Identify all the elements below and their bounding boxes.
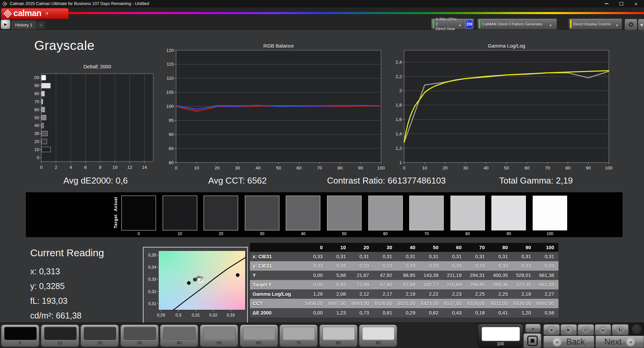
- table-row: Gamma Log/Log1,282,082,122,172,192,222,2…: [250, 289, 558, 299]
- column-header-80: 80: [487, 245, 511, 250]
- table-cell: 6897,00: [325, 301, 348, 306]
- swatch-label-60: 60: [368, 231, 403, 236]
- svg-text:4: 4: [69, 165, 72, 170]
- table-cell: 88,85: [395, 273, 418, 278]
- pattern-patch: [124, 327, 156, 340]
- svg-text:40: 40: [256, 165, 261, 170]
- table-cell: 0,31: [511, 254, 534, 259]
- pattern-level-button-80[interactable]: 80: [319, 325, 358, 347]
- pattern-level-button-90[interactable]: 90: [359, 325, 397, 347]
- refresh-button[interactable]: ↻: [612, 324, 629, 335]
- page-title: Grayscale: [34, 38, 95, 53]
- meter-select[interactable]: X-Rite i1Pro 2 Direct View ▼ 239: [431, 19, 474, 29]
- pattern-level-button-100[interactable]: 100: [478, 324, 523, 348]
- pattern-patch: [362, 327, 394, 340]
- svg-text:1,2: 1,2: [395, 146, 402, 151]
- deltae-2000-svg: DeltaE 200010090807060504030201000246810…: [34, 62, 158, 173]
- table-cell: 0,62: [418, 310, 441, 316]
- restore-button[interactable]: [614, 0, 629, 7]
- swatch-60: [368, 196, 403, 230]
- tab-scroll-button[interactable]: ▶: [1, 19, 10, 29]
- pattern-level-button-30[interactable]: 30: [120, 325, 159, 347]
- pattern-generator-select[interactable]: CalMAN Client 3 Pattern Generator ▼: [478, 19, 557, 29]
- table-cell: 0,31: [441, 254, 464, 259]
- meter-name: X-Rite i1Pro 2: [436, 17, 457, 26]
- table-cell: 2,08: [325, 291, 348, 297]
- pattern-level-button-50[interactable]: 50: [200, 325, 238, 347]
- svg-text:100: 100: [166, 104, 174, 109]
- pattern-up-button[interactable]: ▲: [525, 324, 541, 333]
- reading-y: y: 0,3285: [30, 279, 82, 293]
- settings-button[interactable]: [625, 19, 637, 30]
- table-cell: 6521,00: [395, 301, 418, 306]
- window-pattern-button[interactable]: [523, 333, 541, 348]
- collapse-panel-button[interactable]: ◀: [638, 19, 644, 30]
- table-cell: 6526,00: [372, 301, 395, 306]
- loop-button[interactable]: ∞: [595, 324, 611, 335]
- svg-text:10: 10: [112, 165, 117, 170]
- swatch-80: [450, 196, 485, 230]
- svg-text:90: 90: [358, 165, 363, 170]
- svg-text:0,34: 0,34: [148, 265, 156, 270]
- menu-band: calman ▼ ▶ History 1 + X-Rite i1Pro 2 Di…: [0, 7, 644, 30]
- minimize-button[interactable]: [599, 0, 614, 7]
- column-header-60: 60: [441, 245, 464, 250]
- back-button[interactable]: « Back: [543, 336, 594, 348]
- display-control-select[interactable]: Direct Display Control ▼: [569, 19, 622, 29]
- play-button[interactable]: ▶: [560, 324, 577, 335]
- target-row-label: Target: [113, 214, 118, 228]
- svg-text:0,33: 0,33: [227, 313, 235, 318]
- swatch-label-10: 10: [163, 231, 197, 236]
- stop-button[interactable]: ■: [543, 324, 560, 335]
- table-cell: 0,33: [325, 263, 348, 269]
- table-cell: 21,89: [348, 282, 372, 287]
- add-tab-button[interactable]: +: [37, 21, 45, 29]
- tab-label: History 1: [15, 22, 32, 27]
- gamma-loglog-chart: Gamma Log/Log11,21,41,61,822,22,40102030…: [386, 42, 623, 175]
- close-button[interactable]: ×: [629, 0, 643, 7]
- current-reading-title: Current Reading: [30, 247, 104, 259]
- svg-text:60: 60: [297, 165, 302, 170]
- calman-logo-button[interactable]: calman ▼: [1, 8, 69, 19]
- table-cell: 0,33: [464, 263, 487, 269]
- svg-text:10: 10: [422, 165, 427, 170]
- table-cell: 0,29: [395, 310, 418, 316]
- next-button[interactable]: Next »: [595, 336, 644, 348]
- divider: [464, 19, 464, 29]
- infinity-icon: ∞: [601, 327, 605, 333]
- table-cell: 2,22: [418, 291, 441, 297]
- pattern-level-button-10[interactable]: 10: [41, 325, 79, 347]
- pattern-level-button-70[interactable]: 70: [279, 325, 318, 347]
- table-cell: 400,35: [487, 273, 511, 278]
- swatch-label-80: 80: [450, 231, 485, 236]
- pattern-level-button-20[interactable]: 20: [80, 325, 119, 347]
- column-header-30: 30: [372, 245, 395, 250]
- interval-button[interactable]: [··]: [578, 324, 594, 335]
- svg-text:0: 0: [37, 155, 39, 160]
- svg-text:70: 70: [35, 99, 39, 104]
- table-cell: 1,28: [302, 291, 325, 297]
- measurement-point: [236, 273, 239, 277]
- app-icon: [2, 1, 7, 6]
- pattern-level-button-0[interactable]: 0: [1, 325, 39, 347]
- logo-menu-button[interactable]: ▼: [44, 10, 51, 17]
- table-cell: 528,01: [511, 273, 534, 278]
- svg-text:30: 30: [463, 165, 468, 170]
- reading-cdm: cd/m²: 661,38: [30, 308, 82, 323]
- table-cell: 0,31: [395, 254, 418, 259]
- chevron-down-icon: ▼: [549, 24, 552, 27]
- pattern-level-label: 90: [359, 340, 397, 345]
- table-cell: 0,00: [302, 310, 325, 316]
- svg-text:10: 10: [35, 147, 39, 152]
- column-header-70: 70: [464, 245, 487, 250]
- svg-text:40: 40: [35, 123, 39, 128]
- up-arrow-icon: ▲: [531, 327, 535, 330]
- table-cell: 523,35: [511, 282, 534, 287]
- pattern-level-button-60[interactable]: 60: [240, 325, 278, 347]
- table-cell: 6528,00: [464, 301, 487, 306]
- svg-text:10: 10: [194, 165, 199, 170]
- tab-history-1[interactable]: History 1: [11, 20, 36, 29]
- pattern-level-button-40[interactable]: 40: [160, 325, 198, 347]
- swatch-90: [491, 196, 526, 230]
- svg-text:80: 80: [337, 165, 342, 170]
